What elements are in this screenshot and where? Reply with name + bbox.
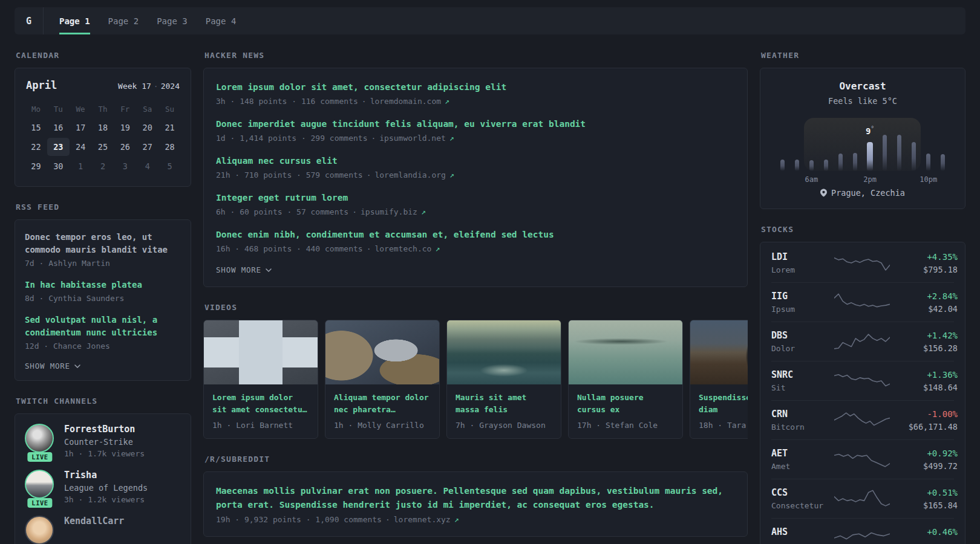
avatar bbox=[25, 470, 54, 499]
calendar-day: 16 bbox=[47, 118, 70, 137]
nav-tab[interactable]: Page 2 bbox=[108, 7, 139, 34]
weather-temp-bar bbox=[912, 142, 916, 171]
rss-item-title[interactable]: In hac habitasse platea bbox=[25, 279, 181, 291]
stock-row[interactable]: IIG Ipsum +2.84% $42.04 bbox=[771, 283, 954, 322]
video-title[interactable]: Lorem ipsum dolor sit amet consectetu… bbox=[212, 392, 309, 416]
weather-temp-bar bbox=[867, 142, 873, 171]
stock-row[interactable]: SNRC Sit +1.36% $148.64 bbox=[771, 361, 954, 401]
hackernews-item-title[interactable]: Donec enim nibh, condimentum et accumsan… bbox=[216, 228, 735, 241]
videos-row: Lorem ipsum dolor sit amet consectetu… 1… bbox=[203, 320, 748, 439]
calendar-day: 26 bbox=[114, 138, 136, 156]
reddit-post-domain[interactable]: loremnet.xyz bbox=[394, 515, 451, 524]
hackernews-item-domain[interactable]: ipsumify.biz bbox=[361, 207, 417, 216]
stock-change-percent: +1.42% bbox=[890, 331, 958, 340]
video-card-body: Nullam posuere cursus ex 17h · Stefan Co… bbox=[569, 384, 682, 438]
videos-header: VIDEOS bbox=[204, 303, 748, 312]
video-card[interactable]: Mauris sit amet massa felis 7h · Grayson… bbox=[446, 320, 561, 439]
weather-hour-column: 10pm bbox=[921, 118, 936, 171]
separator-dot: · bbox=[367, 244, 371, 253]
weather-temp-bar bbox=[780, 160, 785, 171]
twitch-channel-row[interactable]: LIVE Trisha League of Legends 3h · 1.2k … bbox=[25, 470, 181, 504]
stock-values: +1.42% $156.28 bbox=[890, 331, 958, 353]
stock-row[interactable]: LDI Lorem +4.35% $795.18 bbox=[771, 244, 954, 283]
external-link-icon: ↗ bbox=[454, 515, 459, 524]
stock-sparkline-wrap bbox=[834, 292, 890, 312]
video-title[interactable]: Suspendisse posuere diam bbox=[699, 392, 748, 416]
nav-tab[interactable]: Page 4 bbox=[206, 7, 237, 34]
stock-row[interactable]: AET Amet +0.92% $499.72 bbox=[771, 440, 954, 479]
stock-price bbox=[890, 540, 958, 544]
reddit-post-meta: 19h · 9,932 points · 1,090 comments · lo… bbox=[216, 515, 735, 524]
stock-name: Lorem bbox=[771, 265, 834, 274]
stock-row[interactable]: CRN Bitcorn -1.00% $66,171.48 bbox=[771, 401, 954, 440]
weather-hour-column bbox=[877, 118, 892, 171]
video-title[interactable]: Nullam posuere cursus ex bbox=[577, 392, 674, 416]
hackernews-item-domain[interactable]: loremdomain.com bbox=[370, 97, 441, 106]
app-logo[interactable]: G bbox=[15, 7, 44, 34]
stock-price: $66,171.48 bbox=[890, 422, 958, 432]
weather-temp-bar bbox=[809, 160, 814, 171]
stock-name: Dolor bbox=[771, 344, 834, 353]
reddit-post-title[interactable]: Maecenas mollis pulvinar erat non posuer… bbox=[216, 484, 735, 512]
calendar-day: 20 bbox=[136, 118, 158, 137]
stock-row[interactable]: AHS +0.46% bbox=[771, 519, 954, 544]
nav-tab[interactable]: Page 3 bbox=[157, 7, 188, 34]
rss-item-title[interactable]: Sed volutpat nulla nisl, a condimentum n… bbox=[25, 314, 181, 339]
stock-price: $148.64 bbox=[890, 383, 958, 392]
video-card-body: Aliquam tempor dolor nec pharetra… 1h · … bbox=[325, 384, 439, 438]
weather-card: Overcast Feels like 5°C bbox=[760, 68, 965, 209]
stocks-widget: STOCKS LDI Lorem +4.35% bbox=[760, 225, 965, 544]
reddit-header: /R/SUBREDDIT bbox=[204, 455, 748, 464]
calendar-header: CALENDAR bbox=[16, 51, 191, 60]
hackernews-item-domain[interactable]: loremlandia.org bbox=[374, 170, 445, 180]
stock-symbol: CCS bbox=[771, 487, 834, 498]
weather-hour-column bbox=[892, 118, 906, 171]
stock-row[interactable]: CCS Consectetur +0.51% $165.84 bbox=[771, 479, 954, 519]
hackernews-item-title[interactable]: Aliquam nec cursus elit bbox=[216, 154, 735, 167]
rss-item-title[interactable]: Donec tempor eros leo, ut commodo mauris… bbox=[25, 231, 181, 256]
weather-temp-bar bbox=[897, 135, 901, 171]
rss-show-more-button[interactable]: SHOW MORE bbox=[25, 361, 181, 371]
weather-hour-column bbox=[775, 118, 789, 171]
calendar-day: 21 bbox=[158, 118, 181, 137]
separator-dot: · bbox=[362, 97, 367, 106]
calendar-year: 2024 bbox=[161, 82, 180, 91]
separator-dot: · bbox=[154, 82, 158, 91]
nav-tab[interactable]: Page 1 bbox=[59, 7, 90, 34]
video-card[interactable]: Lorem ipsum dolor sit amet consectetu… 1… bbox=[203, 320, 318, 439]
stock-sparkline-wrap bbox=[834, 371, 890, 391]
calendar-dow: Sa bbox=[136, 101, 158, 117]
stock-values: +0.46% bbox=[890, 527, 958, 544]
rss-widget: RSS FEED Donec tempor eros leo, ut commo… bbox=[15, 202, 191, 381]
stock-values: +2.84% $42.04 bbox=[890, 291, 958, 314]
hackernews-item-title[interactable]: Integer eget rutrum lorem bbox=[216, 191, 735, 204]
nav-tabs: Page 1 Page 2 Page 3 Page 4 bbox=[59, 7, 236, 34]
calendar-day: 5 bbox=[158, 157, 181, 175]
video-card[interactable]: Suspendisse posuere diam 18h · Tara bbox=[690, 320, 748, 439]
hackernews-item-domain[interactable]: loremtech.co bbox=[374, 244, 431, 253]
video-title[interactable]: Mauris sit amet massa felis bbox=[456, 392, 552, 416]
stock-symbol: IIG bbox=[771, 291, 834, 302]
video-card[interactable]: Aliquam tempor dolor nec pharetra… 1h · … bbox=[325, 320, 440, 439]
hackernews-item-title[interactable]: Lorem ipsum dolor sit amet, consectetur … bbox=[216, 80, 735, 94]
video-title[interactable]: Aliquam tempor dolor nec pharetra… bbox=[334, 392, 431, 416]
hackernews-show-more-button[interactable]: SHOW MORE bbox=[216, 265, 735, 274]
weather-hour-column bbox=[907, 118, 921, 171]
video-card[interactable]: Nullam posuere cursus ex 17h · Stefan Co… bbox=[568, 320, 683, 439]
hackernews-item-domain[interactable]: ipsumworld.net bbox=[379, 134, 446, 143]
reddit-post-stats: 19h · 9,932 points · 1,090 comments bbox=[216, 515, 382, 524]
stock-row[interactable]: DBS Dolor +1.42% $156.28 bbox=[771, 322, 954, 361]
stock-sparkline-chart bbox=[834, 253, 890, 273]
twitch-widget: TWITCH CHANNELS LIVE ForrestBurton Count… bbox=[15, 397, 191, 544]
twitch-channel-name[interactable]: ForrestBurton bbox=[64, 424, 145, 435]
twitch-channel-name[interactable]: KendallCarr bbox=[64, 516, 124, 526]
stock-change-percent: +2.84% bbox=[890, 291, 958, 301]
twitch-channel-row[interactable]: LIVE ForrestBurton Counter-Strike 1h · 1… bbox=[25, 424, 181, 458]
twitch-channel-name[interactable]: Trisha bbox=[64, 470, 148, 481]
twitch-channel-row[interactable]: LIVE KendallCarr bbox=[25, 516, 181, 544]
weather-hour-column: 6am bbox=[804, 118, 818, 171]
weather-header: WEATHER bbox=[761, 51, 965, 60]
hackernews-item-title[interactable]: Donec imperdiet augue tincidunt felis al… bbox=[216, 117, 735, 131]
hackernews-item: Lorem ipsum dolor sit amet, consectetur … bbox=[216, 80, 735, 106]
show-more-label: SHOW MORE bbox=[216, 265, 261, 274]
